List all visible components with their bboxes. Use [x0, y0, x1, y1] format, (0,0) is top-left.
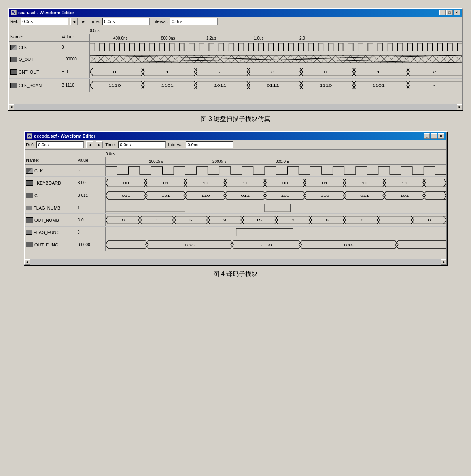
- scroll-track-decode[interactable]: [30, 259, 441, 265]
- signal-row-keyboard: _KEYBOARD B 00: [25, 177, 446, 189]
- tick-200ns: 200.0ns: [212, 159, 227, 164]
- svg-text:101: 101: [400, 194, 409, 197]
- time-input-scan[interactable]: [102, 18, 150, 25]
- svg-text:1110: 1110: [108, 83, 121, 87]
- keyboard-wave: 00 01 10 11 00 01 10 11: [106, 177, 446, 189]
- svg-text:2: 2: [433, 70, 436, 74]
- next-button-decode[interactable]: ►: [96, 141, 103, 148]
- close-button[interactable]: ×: [454, 10, 460, 15]
- outnumb-label: OUT_NUMB: [34, 218, 59, 223]
- time-label-decode: Time:: [105, 142, 116, 147]
- svg-line-108: [90, 72, 93, 76]
- svg-text:110: 110: [201, 194, 210, 197]
- svg-text:11: 11: [401, 181, 407, 185]
- flagnumb-wave: [106, 202, 446, 213]
- app-icon-decode: W: [27, 133, 32, 139]
- signal-name-keyboard: _KEYBOARD: [25, 177, 76, 189]
- svg-line-202: [106, 183, 108, 187]
- prev-button-decode[interactable]: ◄: [86, 141, 93, 148]
- scroll-right-decode[interactable]: ►: [441, 259, 446, 265]
- interval-input-decode[interactable]: [186, 141, 233, 148]
- cntout-label: CNT_OUT: [19, 70, 39, 74]
- title-bar-scan: W scan.scf - Waveform Editor _ □ ×: [9, 9, 462, 17]
- outfunc-icon: [26, 242, 33, 247]
- scroll-track-scan[interactable]: [14, 104, 457, 110]
- svg-line-264: [106, 192, 108, 196]
- svg-line-201: [106, 179, 108, 183]
- outfunc-value: B 0000: [76, 238, 106, 251]
- outnumb-icon: [26, 217, 33, 223]
- c-label: C: [34, 193, 38, 198]
- maximize-button-decode[interactable]: □: [431, 133, 437, 139]
- time-ruler-scan: 400.0ns 800.0ns 1.2us 1.6us 2.0: [90, 34, 462, 41]
- svg-text:2: 2: [291, 218, 294, 222]
- svg-line-395: [106, 241, 108, 245]
- signal-row-clk-decode: CLK 0: [25, 165, 446, 177]
- svg-text:-: -: [126, 243, 128, 246]
- tick-300ns: 300.0ns: [276, 159, 290, 164]
- svg-line-263: [444, 183, 446, 187]
- scroll-right-scan[interactable]: ►: [457, 104, 462, 110]
- flagfunc-value: 0: [76, 227, 106, 238]
- window-decode: W decode.scf - Waveform Editor _ □ × Ref…: [24, 131, 447, 265]
- cntout-icon: [10, 69, 17, 75]
- ref-input-scan[interactable]: [21, 18, 68, 25]
- minimize-button[interactable]: _: [439, 10, 446, 15]
- minimize-button-decode[interactable]: _: [424, 133, 430, 139]
- wave-spacer-decode: [25, 251, 446, 259]
- clk-icon-decode: [26, 168, 33, 174]
- svg-line-385: [444, 220, 446, 224]
- clk-wave-scan: [90, 42, 462, 53]
- signal-row-qout: Q_OUT H 00000: [9, 53, 462, 65]
- svg-line-107: [90, 68, 93, 72]
- svg-text:15: 15: [256, 218, 262, 222]
- svg-text:1101: 1101: [161, 83, 174, 87]
- qout-icon: [10, 57, 17, 62]
- clk-value-scan: 0: [60, 42, 90, 53]
- scroll-left-decode[interactable]: ◄: [25, 259, 30, 265]
- svg-text:0: 0: [122, 218, 125, 222]
- outfunc-label: OUT_FUNC: [34, 242, 58, 247]
- wave-spacer-scan: [9, 92, 462, 104]
- tick-2.0: 2.0: [299, 36, 305, 40]
- svg-line-327: [106, 220, 108, 224]
- signal-row-cntout: CNT_OUT H 0: [9, 65, 462, 79]
- ref-label-decode: Ref:: [26, 142, 34, 147]
- prev-button-scan[interactable]: ◄: [70, 18, 78, 25]
- flagnumb-icon: [26, 206, 32, 210]
- caption-3: 图 3 键盘扫描子模块仿真: [8, 115, 463, 123]
- clk-label-decode: CLK: [34, 168, 43, 173]
- svg-text:7: 7: [360, 218, 363, 222]
- cntout-wave: 0 1 2 3 0 1 2: [90, 65, 462, 78]
- scroll-left-scan[interactable]: ◄: [9, 104, 14, 110]
- signal-row-outfunc: OUT_FUNC B 0000: [25, 238, 446, 251]
- maximize-button[interactable]: □: [446, 10, 453, 15]
- cursor-time-label-scan: 0.0ns: [90, 28, 99, 33]
- svg-text:6: 6: [326, 218, 329, 222]
- interval-input-scan[interactable]: [170, 18, 218, 25]
- scrollbar-scan[interactable]: ◄ ►: [9, 104, 462, 110]
- svg-text:0100: 0100: [261, 243, 272, 246]
- svg-text:1000: 1000: [184, 243, 195, 246]
- svg-text:1000: 1000: [343, 243, 355, 246]
- signal-name-cntout: CNT_OUT: [9, 65, 60, 78]
- flagfunc-wave: [106, 227, 446, 238]
- clkscan-value: B 1110: [60, 79, 90, 92]
- toolbar-scan: Ref: ◄ ► Time: Interval:: [9, 17, 462, 26]
- clk-label-scan: CLK: [19, 45, 27, 50]
- signal-name-outfunc: OUT_FUNC: [25, 238, 76, 251]
- tick-100ns: 100.0ns: [149, 159, 163, 164]
- close-button-decode[interactable]: ×: [438, 133, 444, 139]
- ref-input-decode[interactable]: [36, 141, 84, 148]
- signal-row-clk-scan: CLK 0: [9, 42, 462, 53]
- svg-text:11: 11: [242, 181, 248, 185]
- svg-text:10: 10: [203, 181, 208, 185]
- time-input-decode[interactable]: [118, 141, 166, 148]
- next-button-scan[interactable]: ►: [80, 18, 87, 25]
- scrollbar-decode[interactable]: ◄ ►: [25, 259, 446, 264]
- clkscan-wave: 1110 1101 1011 0111 1110 1101 -: [90, 79, 462, 92]
- svg-text:5: 5: [189, 218, 192, 222]
- svg-line-317: [444, 196, 446, 200]
- svg-text:00: 00: [282, 181, 288, 185]
- svg-text:1011: 1011: [214, 83, 226, 87]
